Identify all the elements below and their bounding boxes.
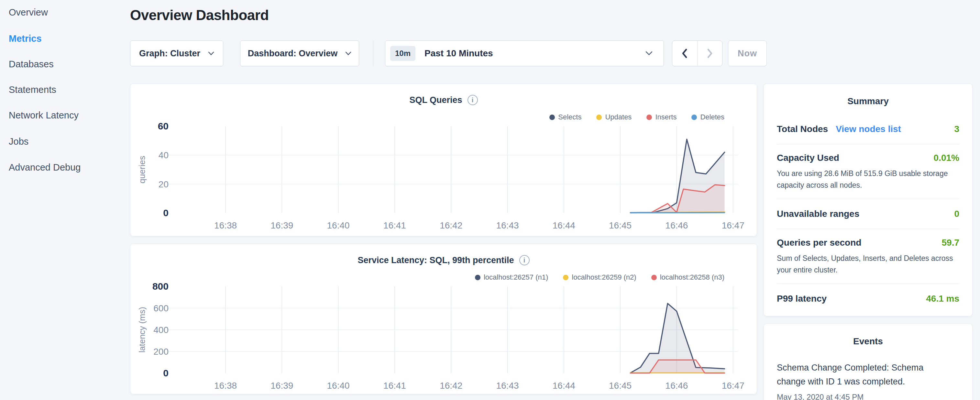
summary-row-label: Total Nodes — [777, 124, 828, 134]
dashboard-dropdown[interactable]: Dashboard: Overview — [240, 40, 359, 66]
svg-text:16:44: 16:44 — [553, 220, 575, 230]
chart-title-row: SQL Queries i — [130, 95, 757, 105]
summary-row-unavailable-ranges: Unavailable ranges 0 — [777, 199, 959, 229]
chevron-left-icon — [681, 48, 688, 59]
sql-queries-chart: 16:3816:3916:4016:4116:4216:4316:4416:45… — [130, 84, 757, 234]
svg-text:latency (ms): latency (ms) — [137, 307, 147, 353]
sidebar-item-jobs[interactable]: Jobs — [9, 136, 29, 147]
page-title: Overview Dashboard — [130, 7, 269, 23]
svg-text:16:42: 16:42 — [440, 381, 462, 390]
time-prev-button[interactable] — [672, 41, 697, 66]
legend-item[interactable]: Selects — [549, 113, 581, 121]
legend-item[interactable]: Inserts — [646, 113, 676, 121]
legend-dot-icon — [646, 115, 652, 120]
legend-dot-icon — [563, 275, 568, 280]
legend-item[interactable]: localhost:26258 (n3) — [651, 273, 724, 282]
service-latency-chart: 16:3816:3916:4016:4116:4216:4316:4416:45… — [130, 244, 757, 394]
legend-dot-icon — [651, 275, 657, 280]
svg-text:16:40: 16:40 — [327, 381, 350, 390]
events-title: Events — [777, 324, 959, 347]
service-latency-chart-card: Service Latency: SQL, 99th percentile i … — [130, 244, 757, 394]
controls-row: Graph: Cluster Dashboard: Overview 10m P… — [0, 40, 980, 66]
legend-label: localhost:26259 (n2) — [572, 273, 636, 282]
legend-item[interactable]: localhost:26259 (n2) — [563, 273, 636, 282]
summary-row-label: Unavailable ranges — [777, 209, 859, 219]
summary-row-label: P99 latency — [777, 293, 827, 304]
summary-row-value: 59.7 — [942, 237, 959, 248]
svg-text:16:38: 16:38 — [214, 220, 237, 230]
svg-text:16:43: 16:43 — [496, 381, 519, 390]
svg-text:16:39: 16:39 — [270, 220, 293, 230]
summary-row-total-nodes: Total Nodes View nodes list 3 — [777, 114, 959, 144]
summary-row-description: Sum of Selects, Updates, Inserts, and De… — [777, 252, 959, 276]
svg-text:200: 200 — [153, 347, 169, 357]
chevron-down-icon — [345, 51, 352, 55]
legend-item[interactable]: Updates — [596, 113, 632, 121]
legend-label: Deletes — [700, 113, 724, 121]
svg-text:0: 0 — [163, 368, 169, 378]
summary-row-value: 46.1 ms — [926, 293, 959, 304]
svg-text:60: 60 — [158, 121, 169, 131]
legend-label: localhost:26258 (n3) — [660, 273, 724, 282]
sql-queries-chart-card: SQL Queries i SelectsUpdatesInsertsDelet… — [130, 83, 757, 236]
sidebar-item-statements[interactable]: Statements — [9, 84, 56, 95]
svg-text:0: 0 — [163, 207, 169, 218]
info-icon[interactable]: i — [468, 95, 478, 105]
svg-text:queries: queries — [137, 156, 147, 183]
now-button[interactable]: Now — [728, 40, 767, 66]
sidebar-item-network-latency[interactable]: Network Latency — [9, 110, 79, 121]
svg-text:16:41: 16:41 — [383, 220, 406, 230]
chart-legend: SelectsUpdatesInsertsDeletes — [549, 113, 724, 121]
svg-text:20: 20 — [159, 179, 169, 189]
svg-text:16:46: 16:46 — [665, 220, 688, 230]
summary-row-value: 0 — [954, 209, 959, 219]
chevron-down-icon — [208, 51, 214, 55]
event-timestamp: May 13, 2020 at 4:45 PM — [777, 392, 959, 400]
svg-text:16:39: 16:39 — [270, 381, 293, 390]
summary-row-value: 3 — [954, 124, 959, 134]
summary-row-label: Capacity Used — [777, 153, 839, 163]
svg-text:16:42: 16:42 — [440, 220, 462, 230]
events-panel: Events Schema Change Completed: Schema c… — [764, 324, 972, 400]
chart-title: Service Latency: SQL, 99th percentile — [358, 255, 514, 265]
chevron-right-icon — [706, 48, 713, 59]
summary-title: Summary — [777, 84, 959, 107]
summary-panel: Summary Total Nodes View nodes list 3 Ca… — [764, 83, 972, 316]
event-message: Schema Change Completed: Schema change w… — [777, 361, 929, 389]
svg-text:16:43: 16:43 — [496, 220, 519, 230]
time-step-button-group — [672, 40, 722, 66]
graph-dropdown[interactable]: Graph: Cluster — [130, 40, 223, 66]
svg-text:16:41: 16:41 — [383, 381, 406, 390]
event-list-item: Schema Change Completed: Schema change w… — [777, 361, 959, 400]
time-range-dropdown[interactable]: 10m Past 10 Minutes — [385, 40, 664, 66]
graph-dropdown-label: Graph: Cluster — [139, 49, 200, 59]
legend-label: Updates — [605, 113, 632, 121]
app-root: Overview Metrics Databases Statements Ne… — [0, 0, 980, 400]
chart-title: SQL Queries — [409, 95, 462, 105]
info-icon[interactable]: i — [519, 255, 530, 265]
sidebar-item-advanced-debug[interactable]: Advanced Debug — [9, 162, 81, 173]
sidebar-item-overview[interactable]: Overview — [9, 7, 48, 18]
summary-row-queries-per-second: Queries per second 59.7 Sum of Selects, … — [777, 229, 959, 284]
summary-row-description: You are using 28.6 MiB of 515.9 GiB usab… — [777, 167, 959, 191]
legend-label: Selects — [558, 113, 581, 121]
time-range-label: Past 10 Minutes — [425, 48, 493, 59]
legend-label: Inserts — [655, 113, 676, 121]
legend-item[interactable]: localhost:26257 (n1) — [475, 273, 548, 282]
dashboard-dropdown-label: Dashboard: Overview — [248, 49, 338, 59]
svg-text:800: 800 — [153, 281, 169, 292]
legend-item[interactable]: Deletes — [691, 113, 724, 121]
svg-text:40: 40 — [159, 150, 169, 160]
time-range-badge: 10m — [390, 46, 415, 61]
legend-dot-icon — [549, 115, 555, 120]
chevron-down-icon — [646, 51, 652, 56]
svg-text:16:38: 16:38 — [214, 381, 237, 390]
legend-dot-icon — [596, 115, 602, 120]
chart-legend: localhost:26257 (n1)localhost:26259 (n2)… — [475, 273, 724, 282]
svg-text:400: 400 — [153, 325, 169, 335]
svg-text:16:47: 16:47 — [722, 381, 745, 390]
svg-text:16:45: 16:45 — [609, 381, 632, 390]
view-nodes-list-link[interactable]: View nodes list — [836, 124, 901, 134]
time-next-button[interactable] — [697, 41, 722, 66]
svg-text:16:47: 16:47 — [722, 220, 745, 230]
